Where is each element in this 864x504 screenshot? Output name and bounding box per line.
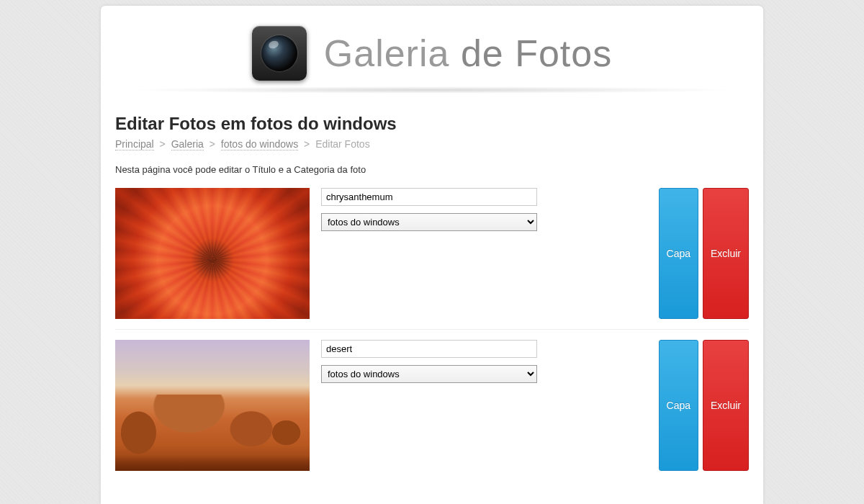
photo-title-input[interactable] <box>321 340 537 358</box>
camera-icon <box>252 26 307 81</box>
photo-row: fotos do windows Capa Excluir <box>115 188 749 330</box>
page-description: Nesta página você pode editar o Título e… <box>115 164 749 175</box>
capa-button[interactable]: Capa <box>659 188 698 319</box>
main-container: Galeria de Fotos Editar Fotos em fotos d… <box>101 6 763 504</box>
site-title: Galeria de Fotos <box>324 32 612 75</box>
header-divider <box>130 86 734 94</box>
header: Galeria de Fotos <box>101 6 763 101</box>
photo-row: fotos do windows Capa Excluir <box>115 340 749 481</box>
breadcrumb-category[interactable]: fotos do windows <box>221 138 298 150</box>
capa-button[interactable]: Capa <box>659 340 698 471</box>
photo-category-select[interactable]: fotos do windows <box>321 365 537 383</box>
page-title: Editar Fotos em fotos do windows <box>115 114 749 134</box>
breadcrumb-galeria[interactable]: Galeria <box>171 138 204 150</box>
photo-category-select[interactable]: fotos do windows <box>321 213 537 231</box>
breadcrumb: Principal > Galeria > fotos do windows >… <box>115 138 749 150</box>
excluir-button[interactable]: Excluir <box>703 340 749 471</box>
photo-thumbnail[interactable] <box>115 340 310 471</box>
breadcrumb-principal[interactable]: Principal <box>115 138 154 150</box>
photo-thumbnail[interactable] <box>115 188 310 319</box>
excluir-button[interactable]: Excluir <box>703 188 749 319</box>
breadcrumb-current: Editar Fotos <box>315 138 369 150</box>
content: Editar Fotos em fotos do windows Princip… <box>101 101 763 481</box>
photo-title-input[interactable] <box>321 188 537 206</box>
